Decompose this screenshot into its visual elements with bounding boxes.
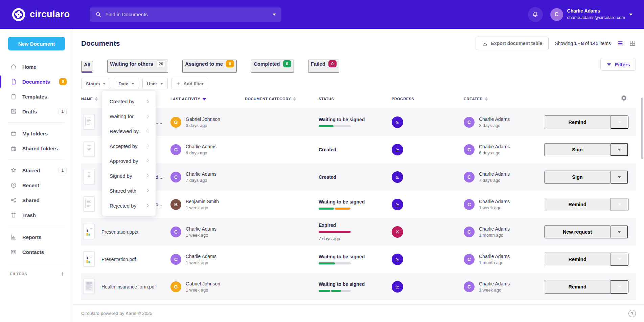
chevron-down-icon	[618, 176, 621, 178]
sidebar-item-contacts[interactable]: Contacts	[0, 244, 73, 259]
signature-status-icon[interactable]	[392, 254, 403, 265]
document-icon-cell	[81, 279, 101, 295]
column-header-created[interactable]: CREATED	[464, 97, 536, 101]
status-cell: Waiting to be signed	[319, 199, 392, 210]
avatar: C	[170, 172, 181, 183]
action-caret-button[interactable]	[611, 143, 628, 156]
sidebar-item-recent[interactable]: Recent	[0, 178, 73, 193]
tab-all[interactable]: All	[81, 61, 93, 73]
filter-chip-date[interactable]: Date	[114, 78, 139, 89]
action-caret-button[interactable]	[611, 226, 628, 238]
brand[interactable]: circularo	[12, 7, 70, 22]
signature-status-icon[interactable]	[392, 199, 403, 210]
failed-status-icon[interactable]: ✕	[392, 226, 403, 238]
sidebar-item-shared-folders[interactable]: Shared folders	[0, 141, 73, 156]
sidebar-divider	[8, 122, 65, 123]
tab-failed[interactable]: Failed0	[308, 60, 339, 73]
chevron-down-icon	[160, 83, 163, 85]
sidebar-item-drafts[interactable]: Drafts1	[0, 104, 73, 119]
column-header-progress[interactable]: PROGRESS	[392, 97, 464, 101]
sidebar-item-home[interactable]: Home	[0, 59, 73, 74]
action-caret-button[interactable]	[611, 198, 628, 211]
column-header-label: PROGRESS	[392, 97, 414, 101]
last-activity-cell: CCharlie Adams6 days ago	[170, 144, 245, 155]
document-row[interactable]: o...BBenjamin Smith1 week agoWaiting to …	[81, 191, 636, 218]
document-row[interactable]: d ...CCharlie Adams7 days agoCreatedCCha…	[81, 163, 636, 191]
time-ago: 1 week ago	[186, 287, 220, 293]
document-row[interactable]: CCharlie Adams6 days agoCreatedCCharlie …	[81, 136, 636, 163]
document-row[interactable]: Health insurance form.pdfGGabriel Johnso…	[81, 273, 636, 300]
tab-completed[interactable]: Completed0	[251, 60, 294, 73]
notifications-button[interactable]	[528, 7, 543, 22]
search-scope-caret-icon[interactable]	[273, 14, 276, 16]
export-document-table-button[interactable]: Export document table	[476, 37, 549, 50]
menu-item-created-by[interactable]: Created by	[102, 94, 156, 109]
progress-bar	[319, 125, 351, 127]
time-ago: 3 days ago	[479, 123, 510, 128]
filter-chip-user[interactable]: User	[142, 78, 168, 89]
tab-assigned-to-me[interactable]: Assigned to me0	[182, 60, 237, 73]
action-button[interactable]: Remind	[544, 115, 611, 129]
action-button[interactable]: Remind	[544, 253, 611, 266]
menu-item-shared-with[interactable]: Shared with	[102, 183, 156, 198]
menu-item-label: Rejected by	[110, 203, 136, 209]
document-row[interactable]: Presentation.pptxCCharlie Adams1 week ag…	[81, 218, 636, 245]
user-name: Charlie Adams	[479, 171, 510, 177]
sidebar-item-documents[interactable]: Documents0	[0, 74, 73, 89]
user-menu[interactable]: C Charlie Adams charlie.adams@circularo.…	[550, 8, 632, 21]
sidebar-item-shared[interactable]: Shared	[0, 193, 73, 208]
sidebar-item-my-folders[interactable]: My folders	[0, 126, 73, 141]
grid-view-icon[interactable]	[629, 40, 636, 47]
filter-chip-status[interactable]: Status	[81, 78, 110, 89]
action-caret-button[interactable]	[611, 253, 628, 266]
filters-button[interactable]: Filters	[600, 58, 636, 71]
sort-icon	[95, 97, 98, 101]
action-caret-button[interactable]	[611, 115, 628, 129]
signature-status-icon[interactable]	[392, 281, 403, 293]
action-button[interactable]: Sign	[544, 143, 611, 156]
sidebar-item-reports[interactable]: Reports	[0, 230, 73, 244]
document-icon-cell	[81, 251, 101, 267]
circularo-logo-icon	[12, 7, 26, 22]
help-icon[interactable]: ?	[628, 310, 636, 317]
chevron-right-icon	[145, 188, 150, 193]
sidebar-item-starred[interactable]: Starred1	[0, 163, 73, 178]
action-button[interactable]: New request	[544, 226, 611, 238]
column-header-status[interactable]: STATUS	[319, 97, 392, 101]
user-name: Charlie Adams	[186, 226, 216, 232]
column-header-last-activity[interactable]: LAST ACTIVITY	[170, 97, 245, 101]
column-header-document-category[interactable]: DOCUMENT CATEGORY	[245, 97, 319, 101]
document-name: Presentation.pdf	[101, 257, 170, 262]
menu-item-rejected-by[interactable]: Rejected by	[102, 198, 156, 213]
document-row[interactable]: .....GGabriel Johnson3 days agoWaiting t…	[81, 108, 636, 136]
new-document-button[interactable]: New Document	[8, 37, 65, 50]
add-filter-plus-icon[interactable]	[60, 271, 65, 277]
search-input[interactable]	[106, 12, 269, 17]
document-search-bar[interactable]	[90, 7, 281, 22]
table-settings-gear-icon[interactable]	[621, 95, 627, 103]
action-caret-button[interactable]	[611, 280, 628, 294]
menu-item-label: Accepted by	[110, 143, 138, 149]
signature-status-icon[interactable]	[392, 144, 403, 155]
filter-chip-add-filter[interactable]: Add filter	[171, 78, 208, 89]
menu-item-waiting-for[interactable]: Waiting for	[102, 109, 156, 124]
page-scrollbar[interactable]	[641, 98, 643, 159]
signature-status-icon[interactable]	[392, 116, 403, 128]
menu-item-reviewed-by[interactable]: Reviewed by	[102, 124, 156, 138]
chevron-down-icon	[618, 149, 621, 151]
time-ago: 1 week ago	[186, 205, 219, 210]
total-count: 141	[590, 41, 598, 46]
action-caret-button[interactable]	[611, 171, 628, 184]
action-button[interactable]: Sign	[544, 171, 611, 184]
menu-item-approved-by[interactable]: Approved by	[102, 153, 156, 168]
action-button[interactable]: Remind	[544, 198, 611, 211]
tab-waiting-for-others[interactable]: Waiting for others26	[107, 60, 168, 73]
signature-status-icon[interactable]	[392, 171, 403, 183]
document-row[interactable]: Presentation.pdfCCharlie Adams1 week ago…	[81, 245, 636, 273]
sidebar-item-trash[interactable]: Trash	[0, 208, 73, 222]
sidebar-item-templates[interactable]: Templates	[0, 89, 73, 104]
menu-item-signed-by[interactable]: Signed by	[102, 168, 156, 183]
list-view-icon[interactable]	[617, 40, 624, 47]
menu-item-accepted-by[interactable]: Accepted by	[102, 138, 156, 153]
action-button[interactable]: Remind	[544, 280, 611, 294]
